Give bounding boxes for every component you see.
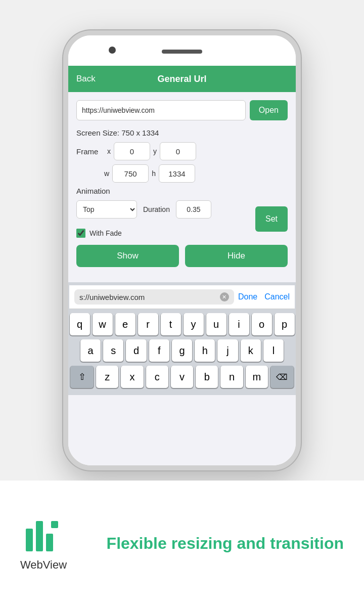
cancel-button[interactable]: Cancel — [264, 292, 290, 301]
key-o[interactable]: o — [252, 313, 272, 335]
duration-label: Duration — [143, 205, 170, 213]
x-label: x — [107, 147, 111, 155]
h-label: h — [152, 169, 156, 178]
done-button[interactable]: Done — [238, 292, 257, 301]
svg-rect-2 — [46, 534, 53, 551]
y-label: y — [153, 147, 157, 155]
phone-speaker — [162, 50, 202, 54]
svg-rect-1 — [36, 521, 43, 551]
key-i[interactable]: i — [229, 313, 249, 335]
app-screen: Back General Url Open Screen Size: 750 x… — [68, 66, 296, 465]
phone-camera — [109, 47, 116, 54]
fade-checkbox[interactable] — [76, 229, 85, 238]
w-label: w — [104, 169, 109, 178]
key-q[interactable]: q — [70, 313, 90, 335]
key-w[interactable]: w — [93, 313, 113, 335]
show-button[interactable]: Show — [76, 245, 179, 267]
animation-select[interactable]: Top Bottom Left Right None — [76, 200, 137, 219]
key-k[interactable]: k — [241, 339, 261, 362]
hide-button[interactable]: Hide — [185, 245, 288, 267]
clear-button[interactable]: ✕ — [220, 292, 229, 301]
fade-row: With Fade — [76, 229, 211, 238]
frame-x-input[interactable] — [114, 142, 150, 160]
keyboard-row-1: q w e r t y u i o p — [69, 313, 295, 335]
nav-title: General Url — [157, 74, 206, 84]
animation-label: Animation — [76, 187, 288, 195]
branding-area: WebView Flexible resizing and transition — [0, 481, 364, 607]
keyboard-row-2: a s d f g h j k l — [69, 339, 295, 362]
key-e[interactable]: e — [115, 313, 135, 335]
svg-rect-0 — [26, 529, 33, 551]
key-d[interactable]: d — [126, 339, 146, 362]
keyboard-area: s://uniwebview.com ✕ Done Cancel q w e r… — [68, 282, 296, 395]
key-t[interactable]: t — [161, 313, 181, 335]
phone-frame: Back General Url Open Screen Size: 750 x… — [63, 30, 301, 470]
url-row: Open — [76, 100, 288, 120]
key-f[interactable]: f — [149, 339, 169, 362]
animation-set-row: Top Bottom Left Right None Duration With… — [76, 200, 288, 238]
delete-key[interactable]: ⌫ — [270, 366, 294, 388]
key-l[interactable]: l — [263, 339, 284, 362]
frame-label: Frame — [76, 147, 104, 156]
logo-icon — [23, 516, 64, 556]
duration-input[interactable] — [176, 200, 211, 219]
text-input-bar: s://uniwebview.com ✕ Done Cancel — [69, 285, 295, 309]
action-buttons: Show Hide — [76, 245, 288, 267]
logo-text: WebView — [20, 558, 67, 572]
nav-bar: Back General Url — [68, 66, 296, 92]
key-b[interactable]: b — [196, 366, 218, 388]
key-c[interactable]: c — [146, 366, 168, 388]
key-g[interactable]: g — [172, 339, 192, 362]
phone-top-bar — [68, 35, 296, 66]
key-y[interactable]: y — [184, 313, 204, 335]
text-input-value: s://uniwebview.com — [79, 293, 145, 301]
key-u[interactable]: u — [206, 313, 226, 335]
frame-wh-row: w h — [104, 164, 288, 183]
logo-container: WebView — [20, 516, 67, 572]
keyboard-row-3: ⇧ z x c v b n m ⌫ — [69, 366, 295, 388]
key-x[interactable]: x — [121, 366, 143, 388]
text-input-field[interactable]: s://uniwebview.com ✕ — [74, 289, 234, 305]
back-button[interactable]: Back — [76, 74, 96, 84]
key-s[interactable]: s — [103, 339, 123, 362]
key-n[interactable]: n — [220, 366, 243, 388]
branding-tagline: Flexible resizing and transition — [82, 533, 344, 554]
key-h[interactable]: h — [195, 339, 215, 362]
frame-y-input[interactable] — [160, 142, 196, 160]
content-area: Open Screen Size: 750 x 1334 Frame x y w… — [68, 92, 296, 282]
key-v[interactable]: v — [171, 366, 193, 388]
key-z[interactable]: z — [96, 366, 118, 388]
key-m[interactable]: m — [246, 366, 268, 388]
key-j[interactable]: j — [217, 339, 238, 362]
screen-size-label: Screen Size: 750 x 1334 — [76, 128, 288, 137]
anim-controls: Top Bottom Left Right None Duration With… — [76, 200, 211, 238]
url-input[interactable] — [76, 100, 246, 120]
open-button[interactable]: Open — [250, 100, 288, 120]
shift-key[interactable]: ⇧ — [70, 366, 94, 388]
frame-xy-row: Frame x y — [76, 142, 288, 160]
svg-rect-3 — [51, 521, 58, 528]
animation-row: Top Bottom Left Right None Duration — [76, 200, 211, 219]
frame-h-input[interactable] — [159, 164, 195, 183]
set-button[interactable]: Set — [255, 206, 288, 232]
key-p[interactable]: p — [275, 313, 295, 335]
key-r[interactable]: r — [138, 313, 158, 335]
key-a[interactable]: a — [80, 339, 101, 362]
frame-w-input[interactable] — [112, 164, 149, 183]
fade-label: With Fade — [89, 229, 122, 237]
